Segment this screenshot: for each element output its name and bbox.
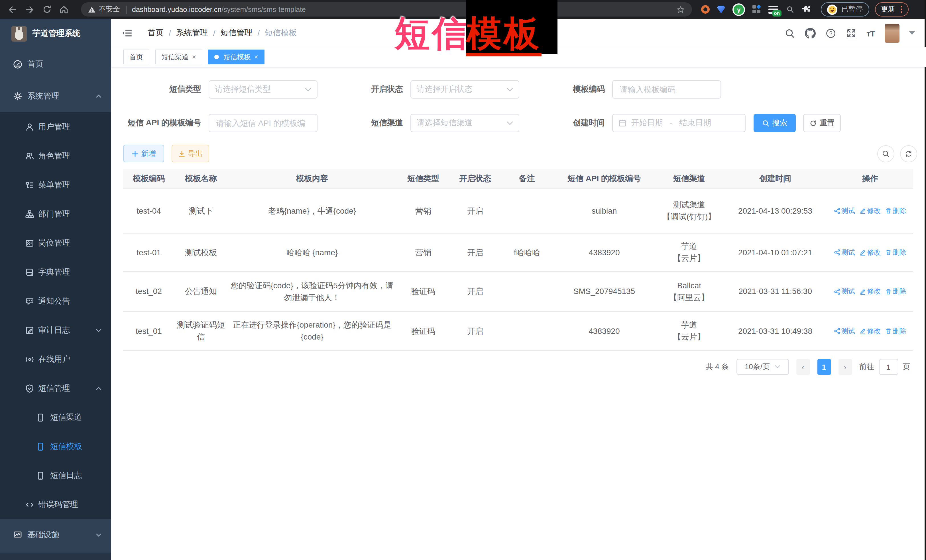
cell-remark xyxy=(501,328,554,334)
address-bar[interactable]: 不安全 dashboard.yudao.iocoder.cn/system/sm… xyxy=(81,2,692,17)
url-host: dashboard.yudao.iocoder.cn xyxy=(132,5,221,14)
browser-reload-button[interactable] xyxy=(40,3,54,16)
extension-list-icon[interactable]: on xyxy=(769,5,778,14)
extensions-puzzle-icon[interactable] xyxy=(802,5,812,14)
add-button[interactable]: 新增 xyxy=(123,145,164,162)
refresh-table-button[interactable] xyxy=(900,145,917,162)
test-link[interactable]: 测试 xyxy=(834,325,855,337)
tab-sms-template[interactable]: 短信模板× xyxy=(208,50,265,64)
delete-link[interactable]: 删除 xyxy=(885,325,906,337)
sidebar-item-menu-management[interactable]: 菜单管理 xyxy=(0,171,111,199)
user-avatar[interactable] xyxy=(884,24,899,42)
monitor-icon xyxy=(12,530,23,540)
edit-link[interactable]: 修改 xyxy=(859,205,881,217)
browser-forward-button[interactable] xyxy=(23,3,36,16)
trash-icon xyxy=(885,288,891,295)
edit-link[interactable]: 修改 xyxy=(859,285,881,297)
sidebar-item-label: 在线用户 xyxy=(38,354,70,364)
delete-link[interactable]: 删除 xyxy=(885,205,906,217)
browser-menu-icon[interactable] xyxy=(900,6,902,13)
sidebar-item-error-code-management[interactable]: 错误码管理 xyxy=(0,490,111,519)
dictionary-icon xyxy=(24,267,35,277)
fullscreen-icon[interactable] xyxy=(846,28,857,38)
template-code-input[interactable] xyxy=(619,84,715,95)
avatar-caret-down-icon[interactable] xyxy=(909,31,915,35)
tab-close-icon[interactable]: × xyxy=(192,53,196,61)
edit-link[interactable]: 修改 xyxy=(859,246,881,258)
browser-home-button[interactable] xyxy=(57,3,71,16)
open-status-select[interactable]: 请选择开启状态 xyxy=(410,80,519,98)
sidebar-item-sms-template[interactable]: 短信模板 xyxy=(0,432,111,461)
breadcrumb-home[interactable]: 首页 xyxy=(148,28,163,38)
extension-grid-icon[interactable] xyxy=(752,5,761,14)
extension-y-icon[interactable]: y xyxy=(732,3,745,16)
browser-profile-chip[interactable]: 已暂停 xyxy=(821,2,869,17)
sidebar-item-sms-log[interactable]: 短信日志 xyxy=(0,461,111,490)
bookmark-star-icon[interactable] xyxy=(676,5,685,14)
search-button[interactable]: 搜索 xyxy=(754,114,796,132)
edit-link[interactable]: 修改 xyxy=(859,325,881,337)
page-size-select[interactable]: 10条/页 xyxy=(736,359,788,375)
sidebar-item-sms-management[interactable]: 短信管理 xyxy=(0,374,111,403)
sidebar-item-infrastructure[interactable]: 基础设施 xyxy=(0,519,111,551)
sidebar-item-role-management[interactable]: 角色管理 xyxy=(0,141,111,171)
sidebar-item-notice-announcement[interactable]: 通知公告 xyxy=(0,287,111,315)
api-template-id-input[interactable] xyxy=(215,118,311,128)
header-search-icon[interactable] xyxy=(784,28,795,38)
test-link[interactable]: 测试 xyxy=(834,205,855,217)
sidebar-item-label: 系统管理 xyxy=(27,91,59,101)
browser-back-button[interactable] xyxy=(6,3,20,16)
sidebar-item-post-management[interactable]: 岗位管理 xyxy=(0,228,111,258)
sidebar-item-department-management[interactable]: 部门管理 xyxy=(0,199,111,228)
goto-page-input[interactable] xyxy=(879,359,898,375)
sidebar-item-audit-log[interactable]: 审计日志 xyxy=(0,315,111,345)
reset-button[interactable]: 重置 xyxy=(803,114,841,132)
sidebar-bottom-strip xyxy=(0,552,111,560)
help-icon[interactable]: ? xyxy=(825,28,836,38)
export-button[interactable]: 导出 xyxy=(172,145,209,162)
breadcrumb-system[interactable]: 系统管理 xyxy=(176,28,208,38)
chevron-up-icon xyxy=(95,93,102,100)
sidebar-item-dictionary-management[interactable]: 字典管理 xyxy=(0,258,111,287)
cell-status: 开启 xyxy=(450,322,501,340)
create-time-range-picker[interactable]: 开始日期 - 结束日期 xyxy=(612,114,746,132)
extension-magnifier-icon[interactable] xyxy=(785,5,794,14)
delete-link[interactable]: 删除 xyxy=(885,285,906,297)
site-security-warning[interactable]: 不安全 xyxy=(88,5,120,14)
github-icon[interactable] xyxy=(805,28,816,38)
sms-channel-select[interactable]: 请选择短信渠道 xyxy=(410,114,519,132)
announcement-icon xyxy=(24,296,35,306)
font-size-icon[interactable]: тT xyxy=(866,28,875,38)
prev-page-button[interactable]: ‹ xyxy=(796,359,810,375)
cell-actions: 测试 修改 删除 xyxy=(827,322,913,340)
tab-home[interactable]: 首页 xyxy=(123,50,149,64)
phone-icon xyxy=(35,470,45,480)
sidebar-item-system-management[interactable]: 系统管理 xyxy=(0,80,111,112)
show-search-toggle-button[interactable] xyxy=(877,145,894,162)
test-link[interactable]: 测试 xyxy=(834,285,855,297)
current-page-button[interactable]: 1 xyxy=(817,359,831,375)
delete-link[interactable]: 删除 xyxy=(885,246,906,258)
sidebar-collapse-button[interactable] xyxy=(121,27,133,39)
extension-gem-icon[interactable] xyxy=(717,5,725,14)
filter-label: 开启状态 xyxy=(319,84,410,95)
pagination-total: 共 4 条 xyxy=(706,362,729,372)
table-row: test-01 测试模板 哈哈哈 {name} 营销 开启 f哈哈哈 43839… xyxy=(123,234,913,272)
cell-remark xyxy=(501,207,554,214)
sms-type-select[interactable]: 请选择短信类型 xyxy=(209,80,318,98)
breadcrumb-sms[interactable]: 短信管理 xyxy=(221,28,253,38)
browser-update-button[interactable]: 更新 xyxy=(875,2,908,17)
phone-icon xyxy=(35,441,45,451)
extension-orange-icon[interactable] xyxy=(701,5,710,14)
tab-sms-channel[interactable]: 短信渠道× xyxy=(155,50,202,64)
share-icon xyxy=(834,249,840,256)
test-link[interactable]: 测试 xyxy=(834,246,855,258)
app-logo[interactable]: 芋道管理系统 xyxy=(0,19,111,48)
cell-content: 老鸡{name}，牛逼{code} xyxy=(227,201,397,220)
tab-close-icon[interactable]: × xyxy=(254,53,258,61)
sidebar-item-user-management[interactable]: 用户管理 xyxy=(0,112,111,141)
sidebar-item-sms-channel[interactable]: 短信渠道 xyxy=(0,403,111,432)
sidebar-item-online-users[interactable]: 在线用户 xyxy=(0,345,111,374)
sidebar-item-home[interactable]: 首页 xyxy=(0,48,111,80)
next-page-button[interactable]: › xyxy=(838,359,852,375)
